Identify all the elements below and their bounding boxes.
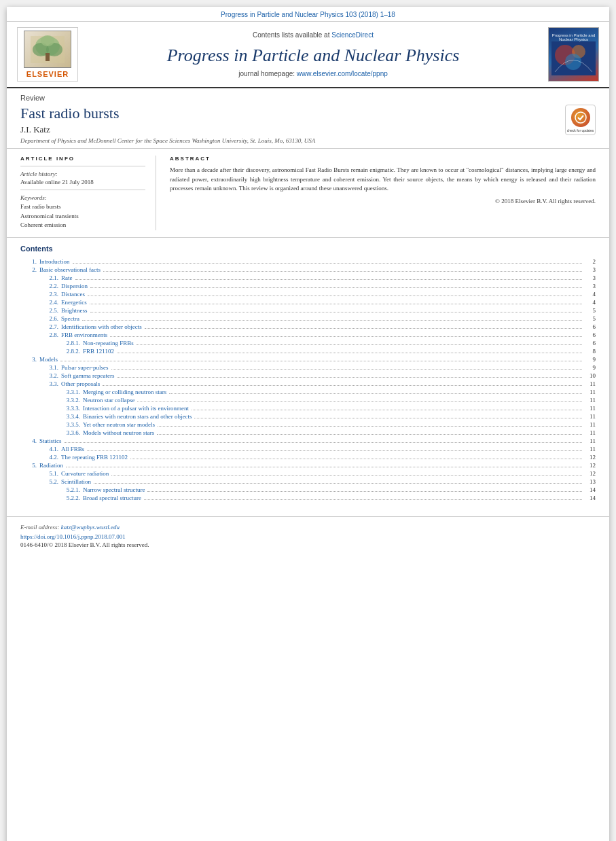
toc-page-number: 3 bbox=[585, 274, 596, 281]
journal-citation-bar: Progress in Particle and Nuclear Physics… bbox=[7, 7, 609, 22]
toc-title[interactable]: All FRBs bbox=[61, 446, 84, 452]
toc-title[interactable]: Other proposals bbox=[61, 380, 100, 387]
toc-title[interactable]: Binaries with neutron stars and other ob… bbox=[83, 413, 192, 420]
toc-dots bbox=[169, 393, 582, 394]
toc-title[interactable]: Pulsar super-pulses bbox=[61, 364, 109, 371]
toc-dots bbox=[110, 336, 582, 337]
toc-item: 2.5.Brightness5 bbox=[20, 307, 596, 315]
toc-title[interactable]: Narrow spectral structure bbox=[83, 486, 145, 493]
svg-point-10 bbox=[575, 112, 586, 123]
toc-title[interactable]: Soft gamma repeaters bbox=[61, 372, 114, 379]
toc-page-number: 9 bbox=[585, 364, 596, 371]
toc-list: 1.Introduction22.Basic observational fac… bbox=[20, 258, 596, 502]
toc-page-number: 11 bbox=[585, 389, 596, 395]
toc-item: 3.3.3.Interaction of a pulsar with its e… bbox=[20, 405, 596, 412]
toc-title[interactable]: Yet other neutron star models bbox=[83, 421, 155, 428]
check-updates-label: check for updates bbox=[567, 128, 594, 132]
toc-title[interactable]: Models without neutron stars bbox=[83, 429, 154, 436]
toc-page-number: 11 bbox=[585, 380, 596, 387]
toc-title[interactable]: Distances bbox=[61, 291, 85, 298]
homepage-link[interactable]: www.elsevier.com/locate/ppnp bbox=[297, 70, 388, 77]
toc-page-number: 5 bbox=[585, 307, 596, 314]
toc-item: 2.6.Spectra5 bbox=[20, 315, 596, 323]
toc-title[interactable]: The repeating FRB 121102 bbox=[61, 454, 128, 461]
journal-title-area: Contents lists available at ScienceDirec… bbox=[85, 27, 541, 82]
doi-line[interactable]: https://doi.org/10.1016/j.ppnp.2018.07.0… bbox=[20, 533, 596, 540]
toc-item: 4.2.The repeating FRB 12110212 bbox=[20, 454, 596, 461]
toc-dots bbox=[73, 263, 583, 264]
svg-point-5 bbox=[41, 35, 54, 46]
toc-item: 5.Radiation12 bbox=[20, 462, 596, 469]
svg-rect-4 bbox=[46, 53, 50, 61]
abstract-text: More than a decade after their discovery… bbox=[170, 166, 596, 194]
toc-page-number: 2 bbox=[585, 258, 596, 265]
toc-item: 2.8.1.Non-repeating FRBs6 bbox=[20, 340, 596, 347]
toc-dots bbox=[66, 467, 582, 467]
toc-title[interactable]: Broad spectral structure bbox=[83, 495, 141, 501]
toc-dots bbox=[90, 304, 582, 304]
keyword-1: Fast radio bursts bbox=[20, 202, 145, 212]
toc-item: 2.4.Energetics4 bbox=[20, 299, 596, 306]
toc-dots bbox=[144, 499, 582, 500]
toc-number: 2. bbox=[20, 266, 39, 273]
toc-title[interactable]: Non-repeating FRBs bbox=[83, 340, 134, 346]
journal-title: Progress in Particle and Nuclear Physics bbox=[167, 46, 460, 66]
toc-title[interactable]: Basic observational facts bbox=[39, 266, 101, 273]
sciencedirect-link[interactable]: ScienceDirect bbox=[331, 31, 374, 39]
toc-dots bbox=[65, 442, 582, 443]
toc-dots bbox=[130, 459, 582, 459]
toc-page-number: 11 bbox=[585, 405, 596, 412]
toc-title[interactable]: Dispersion bbox=[61, 283, 88, 289]
journal-cover-image: Progress in Particle and Nuclear Physics bbox=[548, 27, 599, 82]
toc-page-number: 4 bbox=[585, 299, 596, 306]
toc-number: 5. bbox=[20, 462, 39, 469]
toc-dots bbox=[111, 369, 582, 370]
toc-number: 4. bbox=[20, 437, 39, 444]
toc-page-number: 3 bbox=[585, 283, 596, 289]
toc-title[interactable]: Curvature radiation bbox=[61, 470, 109, 477]
toc-title[interactable]: FRB environments bbox=[61, 332, 107, 338]
toc-title[interactable]: Merging or colliding neutron stars bbox=[83, 389, 166, 395]
toc-number: 3.3.3. bbox=[42, 405, 83, 412]
toc-dots bbox=[90, 287, 582, 288]
toc-title[interactable]: Statistics bbox=[39, 437, 62, 444]
toc-number: 3.1. bbox=[31, 364, 61, 371]
available-online: Available online 21 July 2018 bbox=[20, 179, 145, 185]
article-meta: Review Fast radio bursts J.I. Katz Depar… bbox=[7, 88, 609, 149]
toc-title[interactable]: Brightness bbox=[61, 307, 88, 314]
email-link[interactable]: katz@wuphys.wustl.edu bbox=[61, 524, 120, 531]
toc-number: 2.7. bbox=[31, 323, 61, 330]
toc-title[interactable]: Energetics bbox=[61, 299, 87, 306]
check-updates-icon bbox=[571, 108, 590, 127]
toc-title[interactable]: Spectra bbox=[61, 315, 79, 322]
toc-item: 3.3.6.Models without neutron stars11 bbox=[20, 429, 596, 437]
info-divider bbox=[20, 166, 145, 166]
toc-page-number: 3 bbox=[585, 266, 596, 273]
toc-title[interactable]: Interaction of a pulsar with its environ… bbox=[83, 405, 189, 412]
toc-title[interactable]: Radiation bbox=[39, 462, 63, 469]
toc-number: 2.8.1. bbox=[42, 340, 83, 346]
toc-dots bbox=[88, 296, 582, 296]
toc-number: 2.1. bbox=[31, 274, 61, 281]
toc-item: 2.8.2.FRB 1211028 bbox=[20, 348, 596, 355]
toc-page-number: 14 bbox=[585, 486, 596, 493]
toc-title[interactable]: Introduction bbox=[39, 258, 70, 265]
toc-title[interactable]: Models bbox=[39, 356, 58, 363]
toc-title[interactable]: Scintillation bbox=[61, 478, 91, 485]
toc-number: 2.8.2. bbox=[42, 348, 83, 355]
history-label: Article history: bbox=[20, 171, 145, 177]
toc-number: 2.5. bbox=[31, 307, 61, 314]
toc-dots bbox=[111, 475, 582, 476]
toc-number: 1. bbox=[20, 258, 39, 265]
toc-dots bbox=[75, 279, 583, 280]
toc-title[interactable]: FRB 121102 bbox=[83, 348, 114, 355]
toc-page-number: 12 bbox=[585, 454, 596, 461]
toc-title[interactable]: Neutron star collapse bbox=[83, 397, 134, 404]
journal-citation: Progress in Particle and Nuclear Physics… bbox=[221, 11, 395, 18]
toc-page-number: 6 bbox=[585, 323, 596, 330]
footer: E-mail address: katz@wuphys.wustl.edu ht… bbox=[7, 516, 609, 552]
toc-title[interactable]: Identifications with other objects bbox=[61, 323, 142, 330]
toc-page-number: 11 bbox=[585, 429, 596, 436]
toc-number: 2.8. bbox=[31, 332, 61, 338]
toc-title[interactable]: Rate bbox=[61, 274, 73, 281]
